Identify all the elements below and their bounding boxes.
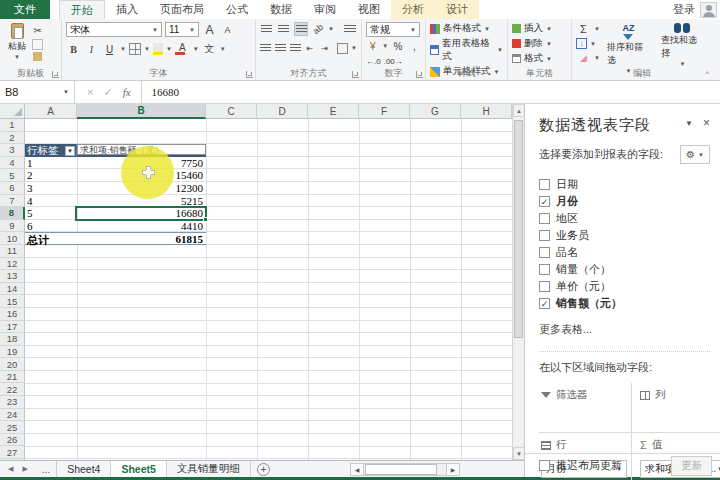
row-header-20[interactable]: 20	[0, 358, 25, 371]
format-painter-icon[interactable]	[33, 52, 42, 61]
copy-icon[interactable]	[32, 39, 43, 50]
sign-in[interactable]: 登录	[673, 0, 720, 19]
clear-icon[interactable]: ◢	[576, 51, 591, 65]
row-header-22[interactable]: 22	[0, 383, 25, 396]
merge-dropdown-icon[interactable]: ▼	[351, 45, 357, 51]
row-header-19[interactable]: 19	[0, 346, 25, 359]
underline-dropdown-icon[interactable]: ▼	[120, 46, 126, 52]
vertical-scrollbar[interactable]: ▲ ▼	[512, 104, 524, 460]
defer-checkbox[interactable]	[539, 460, 550, 471]
number-dialog-launcher[interactable]	[416, 71, 423, 78]
collapse-ribbon-icon[interactable]: ^	[705, 69, 709, 78]
column-header-A[interactable]: A	[25, 104, 77, 119]
fill-handle[interactable]	[203, 217, 208, 222]
clear-dropdown-icon[interactable]: ▼	[594, 55, 600, 61]
align-middle-icon[interactable]	[277, 22, 291, 36]
find-select-button[interactable]: 查找和选择 ▼	[657, 22, 708, 68]
number-format-select[interactable]: 常规 ▼	[366, 22, 420, 37]
ribbon-tab-page-layout[interactable]: 页面布局	[149, 0, 215, 19]
column-header-B[interactable]: B	[77, 104, 206, 119]
format-as-table-button[interactable]: 套用表格格式 ▼	[430, 37, 503, 63]
vertical-scroll-thumb[interactable]	[514, 120, 523, 338]
pane-close-icon[interactable]: ×	[703, 116, 710, 130]
underline-button[interactable]: U	[102, 42, 117, 56]
fill-dropdown-icon[interactable]: ▼	[590, 41, 596, 47]
name-box[interactable]: B8 ▼	[0, 81, 75, 103]
field-item-单价（元）[interactable]: 单价（元）	[539, 278, 720, 295]
decrease-indent-icon[interactable]: ⇤	[304, 41, 316, 55]
cancel-icon[interactable]: ×	[87, 86, 93, 98]
columns-area[interactable]: 列	[632, 383, 720, 433]
italic-button[interactable]: I	[84, 42, 99, 56]
pivot-row-5[interactable]: 215460	[25, 169, 206, 182]
insert-function-icon[interactable]: fx	[123, 86, 131, 98]
orientation-icon[interactable]: ab	[308, 19, 328, 39]
paste-dropdown-icon[interactable]: ▼	[14, 54, 20, 60]
field-item-销量（个）[interactable]: 销量（个）	[539, 261, 720, 278]
filter-dropdown-icon[interactable]: ▼	[65, 146, 75, 156]
scroll-right-icon[interactable]: ▶	[446, 463, 460, 476]
row-header-24[interactable]: 24	[0, 409, 25, 422]
row-header-3[interactable]: 3	[0, 144, 25, 157]
row-header-21[interactable]: 21	[0, 371, 25, 384]
format-cells-button[interactable]: 格式 ▼	[512, 52, 567, 65]
font-size-select[interactable]: 11 ▼	[165, 22, 199, 37]
pivot-total-row[interactable]: 总计 61815	[25, 232, 206, 245]
align-right-icon[interactable]	[289, 41, 301, 55]
prev-sheet-icon[interactable]: ◀	[8, 465, 13, 473]
field-checkbox[interactable]	[539, 213, 550, 224]
font-color-dropdown-icon[interactable]: ▼	[193, 46, 199, 52]
phonetic-guide-icon[interactable]: 文	[202, 42, 217, 56]
name-box-dropdown-icon[interactable]: ▼	[63, 89, 69, 95]
field-checkbox[interactable]	[539, 264, 550, 275]
align-bottom-icon[interactable]	[294, 22, 308, 36]
row-header-16[interactable]: 16	[0, 308, 25, 321]
row-header-9[interactable]: 9	[0, 220, 25, 233]
select-all-corner[interactable]	[0, 104, 25, 119]
fill-color-dropdown-icon[interactable]: ▼	[166, 46, 172, 52]
sheet-tab-Sheet5[interactable]: Sheet5	[111, 461, 166, 477]
row-header-2[interactable]: 2	[0, 132, 25, 145]
update-button[interactable]: 更新	[671, 456, 712, 476]
row-header-6[interactable]: 6	[0, 182, 25, 195]
formula-input[interactable]: 16680	[142, 81, 720, 103]
selected-cell-b8[interactable]	[75, 206, 207, 221]
tools-button[interactable]: ⚙ ▼	[680, 145, 710, 164]
row-header-14[interactable]: 14	[0, 283, 25, 296]
sheet-tab-文具销量明细[interactable]: 文具销量明细	[167, 461, 251, 477]
fill-color-button[interactable]	[153, 43, 163, 55]
ribbon-tab-design[interactable]: 设计	[435, 0, 479, 19]
fill-icon[interactable]: ↓	[576, 38, 587, 49]
alignment-dialog-launcher[interactable]	[352, 71, 359, 78]
enter-icon[interactable]: ✓	[103, 86, 112, 99]
column-header-E[interactable]: E	[308, 104, 359, 119]
row-header-13[interactable]: 13	[0, 270, 25, 283]
cut-icon[interactable]: ✂	[30, 23, 45, 37]
pivot-row-6[interactable]: 312300	[25, 182, 206, 195]
row-header-7[interactable]: 7	[0, 195, 25, 208]
field-checkbox[interactable]	[539, 247, 550, 258]
ribbon-tab-insert[interactable]: 插入	[105, 0, 149, 19]
row-header-10[interactable]: 10	[0, 232, 25, 245]
field-item-日期[interactable]: 日期	[539, 176, 720, 193]
insert-cells-button[interactable]: 插入 ▼	[512, 22, 567, 35]
bold-button[interactable]: B	[66, 42, 81, 56]
sheet-ellipsis[interactable]: ...	[36, 461, 56, 477]
row-header-23[interactable]: 23	[0, 396, 25, 409]
row-header-8[interactable]: 8	[0, 207, 25, 220]
row-header-25[interactable]: 25	[0, 421, 25, 434]
user-avatar-icon[interactable]	[700, 2, 717, 18]
align-center-icon[interactable]	[275, 41, 287, 55]
field-item-销售额（元）[interactable]: ✓销售额（元）	[539, 295, 720, 312]
wrap-text-icon[interactable]	[343, 22, 357, 36]
align-top-icon[interactable]	[260, 22, 274, 36]
phonetic-dropdown-icon[interactable]: ▼	[220, 46, 226, 52]
borders-icon[interactable]	[129, 43, 141, 55]
paste-button[interactable]: 粘贴 ▼	[4, 22, 30, 67]
font-color-button[interactable]: A	[175, 43, 190, 55]
row-header-27[interactable]: 27	[0, 446, 25, 459]
pivot-row-9[interactable]: 64410	[25, 220, 206, 233]
pivot-row-labels-header[interactable]: 行标签 ▼	[25, 144, 77, 157]
orientation-dropdown-icon[interactable]: ▼	[328, 26, 334, 32]
percent-style-icon[interactable]: %	[391, 39, 404, 53]
